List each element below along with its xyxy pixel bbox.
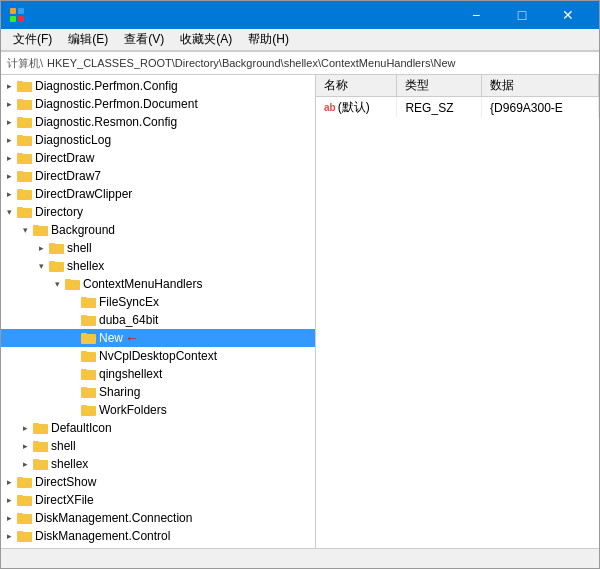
expand-btn-diag4[interactable]: ▸	[1, 132, 17, 148]
folder-icon-workfolders	[81, 403, 97, 417]
left-panel[interactable]: ▸Diagnostic.Perfmon.Config▸Diagnostic.Pe…	[1, 75, 316, 548]
tree-item-defaulticon[interactable]: ▸DefaultIcon	[1, 419, 315, 437]
tree-item-label-shellex2: shellex	[51, 457, 88, 471]
tree-item-diag2[interactable]: ▸Diagnostic.Perfmon.Document	[1, 95, 315, 113]
svg-rect-21	[33, 225, 39, 228]
svg-rect-7	[17, 99, 23, 102]
expand-btn-shell2[interactable]: ▸	[17, 438, 33, 454]
tree-item-shellex[interactable]: ▾shellex	[1, 257, 315, 275]
expand-btn-directdraw[interactable]: ▸	[1, 150, 17, 166]
expand-btn-shellex2[interactable]: ▸	[17, 456, 33, 472]
svg-rect-15	[17, 171, 23, 174]
tree-item-new[interactable]: New ←	[1, 329, 315, 347]
table-row[interactable]: ab(默认)REG_SZ{D969A300-E	[316, 97, 599, 119]
folder-icon-directdrawclipper	[17, 187, 33, 201]
expand-btn-diskmgmt_ctrl[interactable]: ▸	[1, 528, 17, 544]
tree-item-label-new: New	[99, 331, 123, 345]
folder-icon-shell	[49, 241, 65, 255]
tree-item-diskmgmt_ctrl[interactable]: ▸DiskManagement.Control	[1, 527, 315, 545]
tree-item-label-nvcpl: NvCplDesktopContext	[99, 349, 217, 363]
tree-item-duba_64bit[interactable]: duba_64bit	[1, 311, 315, 329]
tree-item-label-directxfile: DirectXFile	[35, 493, 94, 507]
maximize-button[interactable]: □	[499, 1, 545, 29]
tree-item-label-shellex: shellex	[67, 259, 104, 273]
menu-item-f[interactable]: 文件(F)	[5, 29, 60, 50]
minimize-button[interactable]: −	[453, 1, 499, 29]
tree-item-diag4[interactable]: ▸DiagnosticLog	[1, 131, 315, 149]
svg-rect-0	[10, 8, 16, 14]
tree-item-directdraw7[interactable]: ▸DirectDraw7	[1, 167, 315, 185]
tree-item-label-diag4: DiagnosticLog	[35, 133, 111, 147]
tree-item-directxfile[interactable]: ▸DirectXFile	[1, 491, 315, 509]
expand-btn-shell[interactable]: ▸	[33, 240, 49, 256]
tree-item-shellex2[interactable]: ▸shellex	[1, 455, 315, 473]
expand-btn-directxfile[interactable]: ▸	[1, 492, 17, 508]
svg-rect-5	[17, 81, 23, 84]
expand-btn-diag2[interactable]: ▸	[1, 96, 17, 112]
tree-item-contextmenuhandlers[interactable]: ▾ContextMenuHandlers	[1, 275, 315, 293]
folder-icon-qingshellext	[81, 367, 97, 381]
folder-icon-directshow	[17, 475, 33, 489]
tree-item-qingshellext[interactable]: qingshellext	[1, 365, 315, 383]
expand-btn-diskmgmt_conn[interactable]: ▸	[1, 510, 17, 526]
folder-icon-shell2	[33, 439, 49, 453]
tree-item-directory[interactable]: ▾Directory	[1, 203, 315, 221]
folder-icon-directdraw7	[17, 169, 33, 183]
tree-item-label-diskmgmt_ctrl: DiskManagement.Control	[35, 529, 170, 543]
expand-btn-shellex[interactable]: ▾	[33, 258, 49, 274]
tree-item-shell2[interactable]: ▸shell	[1, 437, 315, 455]
folder-icon-diag2	[17, 97, 33, 111]
tree-item-label-qingshellext: qingshellext	[99, 367, 162, 381]
expand-btn-defaulticon[interactable]: ▸	[17, 420, 33, 436]
cell-name: ab(默认)	[316, 97, 397, 119]
folder-icon-defaulticon	[33, 421, 49, 435]
cell-type: REG_SZ	[397, 97, 482, 119]
folder-icon-directxfile	[17, 493, 33, 507]
svg-rect-39	[81, 387, 87, 390]
tree-item-label-filesyncex: FileSyncEx	[99, 295, 159, 309]
selected-arrow-icon: ←	[125, 330, 139, 346]
tree-item-label-defaulticon: DefaultIcon	[51, 421, 112, 435]
tree-item-diskmgmt_conn[interactable]: ▸DiskManagement.Connection	[1, 509, 315, 527]
folder-icon-new	[81, 331, 97, 345]
svg-rect-27	[65, 279, 71, 282]
svg-rect-13	[17, 153, 23, 156]
svg-rect-3	[18, 16, 24, 22]
expand-btn-contextmenuhandlers[interactable]: ▾	[49, 276, 65, 292]
svg-rect-43	[33, 423, 39, 426]
folder-icon-shellex	[49, 259, 65, 273]
expand-btn-directory[interactable]: ▾	[1, 204, 17, 220]
tree-item-background[interactable]: ▾Background	[1, 221, 315, 239]
main-content: ▸Diagnostic.Perfmon.Config▸Diagnostic.Pe…	[1, 75, 599, 548]
tree-item-directdrawclipper[interactable]: ▸DirectDrawClipper	[1, 185, 315, 203]
address-label: 计算机\	[7, 56, 43, 71]
close-button[interactable]: ✕	[545, 1, 591, 29]
title-bar: − □ ✕	[1, 1, 599, 29]
tree-item-directdraw[interactable]: ▸DirectDraw	[1, 149, 315, 167]
menu-item-a[interactable]: 收藏夹(A)	[172, 29, 240, 50]
tree-item-label-duba_64bit: duba_64bit	[99, 313, 158, 327]
tree-item-filesyncex[interactable]: FileSyncEx	[1, 293, 315, 311]
expand-btn-diag3[interactable]: ▸	[1, 114, 17, 130]
tree-item-label-shell2: shell	[51, 439, 76, 453]
expand-btn-background[interactable]: ▾	[17, 222, 33, 238]
right-panel[interactable]: 名称 类型 数据 ab(默认)REG_SZ{D969A300-E	[316, 75, 599, 548]
tree-item-diag1[interactable]: ▸Diagnostic.Perfmon.Config	[1, 77, 315, 95]
tree-item-nvcpl[interactable]: NvCplDesktopContext	[1, 347, 315, 365]
tree-item-label-directdraw7: DirectDraw7	[35, 169, 101, 183]
expand-btn-diag1[interactable]: ▸	[1, 78, 17, 94]
svg-rect-25	[49, 261, 55, 264]
tree-item-directshow[interactable]: ▸DirectShow	[1, 473, 315, 491]
menu-item-h[interactable]: 帮助(H)	[240, 29, 297, 50]
tree-item-sharing[interactable]: Sharing	[1, 383, 315, 401]
tree-item-shell[interactable]: ▸shell	[1, 239, 315, 257]
tree-item-label-diag2: Diagnostic.Perfmon.Document	[35, 97, 198, 111]
tree-item-workfolders[interactable]: WorkFolders	[1, 401, 315, 419]
expand-btn-directdrawclipper[interactable]: ▸	[1, 186, 17, 202]
expand-btn-directshow[interactable]: ▸	[1, 474, 17, 490]
menu-item-e[interactable]: 编辑(E)	[60, 29, 116, 50]
expand-btn-directdraw7[interactable]: ▸	[1, 168, 17, 184]
svg-rect-47	[33, 459, 39, 462]
menu-item-v[interactable]: 查看(V)	[116, 29, 172, 50]
tree-item-diag3[interactable]: ▸Diagnostic.Resmon.Config	[1, 113, 315, 131]
